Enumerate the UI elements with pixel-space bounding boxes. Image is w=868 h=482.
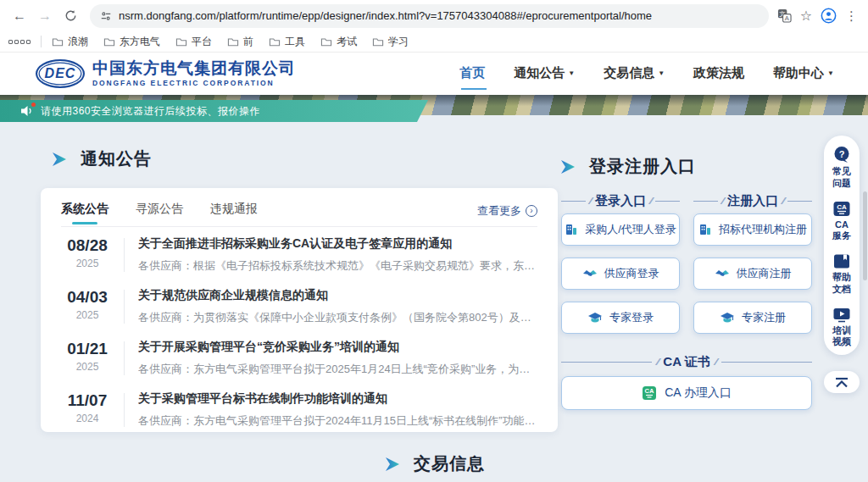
page: ← → nsrm.dongfang.com/platform/runtime/e… xyxy=(0,0,868,482)
bookmark-label: 学习 xyxy=(388,35,409,49)
browser-toolbar: ← → nsrm.dongfang.com/platform/runtime/e… xyxy=(0,0,868,31)
supplier-login-button[interactable]: 供应商登录 xyxy=(561,258,680,290)
notice-date: 04/03 2025 xyxy=(61,288,114,321)
forward-icon[interactable]: → xyxy=(34,5,56,27)
notice-card: 系统公告 寻源公告 违规通报 查看更多› 08/28 2025 关于全面推进非招… xyxy=(41,188,558,432)
sidebar-item-label: 帮助文档 xyxy=(831,272,853,296)
bookmark-label: 考试 xyxy=(337,35,357,49)
sidebar-item-training-videos[interactable]: 培训视频 xyxy=(831,307,853,349)
bookmark-folder[interactable]: 东方电气 xyxy=(103,35,160,49)
login-section-title: 登录注册入口 xyxy=(561,155,696,178)
bookmark-folder[interactable]: 工具 xyxy=(269,35,305,49)
apps-grid-icon[interactable] xyxy=(8,40,31,44)
building-icon xyxy=(565,223,578,236)
notice-list-item[interactable]: 04/03 2025 关于规范供应商企业规模信息的通知 各供应商：为贯彻落实《保… xyxy=(61,279,537,330)
view-more-link[interactable]: 查看更多› xyxy=(477,197,537,219)
dec-logo-icon: DEC xyxy=(36,59,85,88)
folder-icon xyxy=(52,36,64,47)
expert-register-button[interactable]: 专家注册 xyxy=(693,302,812,334)
profile-avatar-icon[interactable] xyxy=(821,8,837,24)
tab-violation-reports[interactable]: 违规通报 xyxy=(210,197,258,224)
company-name-en: DONGFANG ELECTRIC CORPORATION xyxy=(92,79,296,87)
nav-item-home[interactable]: 首页 xyxy=(459,65,485,83)
sidebar-item-label: CA服务 xyxy=(831,219,853,243)
bookmark-label: 浪潮 xyxy=(68,35,88,49)
divider xyxy=(124,238,125,272)
bookmark-label: 前 xyxy=(243,35,253,49)
notice-date: 11/07 2024 xyxy=(61,391,114,424)
section-arrow-icon xyxy=(386,457,403,471)
bookmark-folder[interactable]: 平台 xyxy=(175,35,212,49)
tab-sourcing-notices[interactable]: 寻源公告 xyxy=(136,197,183,224)
bid-agency-register-button[interactable]: 招标代理机构注册 xyxy=(693,213,812,246)
url-text[interactable]: nsrm.dongfang.com/platform/runtime/epp/d… xyxy=(119,9,652,22)
notice-title[interactable]: 关于采购管理平台标书在线制作功能培训的通知 xyxy=(138,391,537,407)
trade-section-title: 交易信息 xyxy=(386,452,485,475)
nav-item-policies[interactable]: 政策法规 xyxy=(693,65,744,83)
divider xyxy=(124,341,125,375)
notice-list-item[interactable]: 08/28 2025 关于全面推进非招标采购业务CA认证及电子签章应用的通知 各… xyxy=(61,227,537,279)
page-scrollbar[interactable] xyxy=(863,191,867,280)
main-nav: 首页 通知公告▼ 交易信息▼ 政策法规 帮助中心▼ xyxy=(459,65,834,83)
nav-item-help-center[interactable]: 帮助中心▼ xyxy=(773,65,834,83)
bookmark-folder[interactable]: 浪潮 xyxy=(52,35,88,49)
ticker-text: 请使用360安全浏览器进行后续投标、报价操作 xyxy=(41,104,260,119)
nav-item-notices[interactable]: 通知公告▼ xyxy=(514,65,575,83)
speaker-icon xyxy=(20,105,34,117)
ca-apply-button[interactable]: CA CA 办理入口 xyxy=(561,376,812,410)
chevron-down-icon: ▼ xyxy=(827,69,834,77)
site-settings-icon[interactable] xyxy=(100,10,112,22)
notice-list-item[interactable]: 01/21 2025 关于开展采购管理平台“竞价采购业务”培训的通知 各供应商：… xyxy=(61,330,537,382)
login-entry-header: ⁄⁄登录入口⁄⁄ xyxy=(561,193,680,209)
notice-title[interactable]: 关于规范供应商企业规模信息的通知 xyxy=(138,288,537,303)
folder-icon xyxy=(175,36,187,47)
bookmark-label: 平台 xyxy=(192,35,212,49)
expert-login-button[interactable]: 专家登录 xyxy=(561,302,680,334)
bookmark-folder[interactable]: 学习 xyxy=(372,35,409,49)
register-entry-header: ⁄⁄注册入口⁄⁄ xyxy=(693,193,812,209)
back-icon[interactable]: ← xyxy=(8,5,31,27)
floating-sidebar: ? 常见问题 CA CA服务 帮助文档 培训视频 xyxy=(824,136,860,355)
notice-title[interactable]: 关于开展采购管理平台“竞价采购业务”培训的通知 xyxy=(138,340,537,355)
sidebar-item-faq[interactable]: ? 常见问题 xyxy=(831,146,853,190)
svg-text:CA: CA xyxy=(645,387,654,395)
sidebar-item-help-docs[interactable]: 帮助文档 xyxy=(831,253,853,296)
entry-button-grid: 采购人/代理人登录 招标代理机构注册 供应商登录 供应商注册 专家登录 专家注册 xyxy=(561,213,812,334)
buyer-agent-login-button[interactable]: 采购人/代理人登录 xyxy=(561,213,680,246)
notice-title[interactable]: 关于全面推进非招标采购业务CA认证及电子签章应用的通知 xyxy=(138,236,537,252)
bookmark-folder[interactable]: 考试 xyxy=(320,35,357,49)
ca-card-icon: CA xyxy=(642,385,657,401)
chevron-down-icon: ▼ xyxy=(658,69,665,77)
notice-ticker[interactable]: 请使用360安全浏览器进行后续投标、报价操作 xyxy=(0,100,428,122)
chevron-right-circle-icon: › xyxy=(526,205,537,217)
company-logo[interactable]: DEC 中国东方电气集团有限公司 DONGFANG ELECTRIC CORPO… xyxy=(36,59,296,88)
bookmark-star-icon[interactable]: ☆ xyxy=(800,8,812,24)
tab-system-notices[interactable]: 系统公告 xyxy=(61,197,108,224)
sidebar-item-label: 常见问题 xyxy=(831,166,853,190)
training-video-icon xyxy=(832,307,851,323)
folder-icon xyxy=(227,36,239,47)
notice-desc: 各供应商：为贯彻落实《保障中小企业款项支付条例》（国务院令第802号）及《中小企… xyxy=(138,310,537,325)
notification-dot xyxy=(31,102,36,107)
supplier-register-button[interactable]: 供应商注册 xyxy=(693,258,812,290)
section-arrow-icon xyxy=(53,152,70,166)
nav-item-trade-info[interactable]: 交易信息▼ xyxy=(604,65,665,83)
reload-icon[interactable] xyxy=(59,5,81,27)
question-icon: ? xyxy=(832,146,851,163)
address-bar[interactable]: nsrm.dongfang.com/platform/runtime/epp/d… xyxy=(90,4,769,28)
bookmarks-bar: 浪潮 东方电气 平台 前 工具 考试 学习 xyxy=(0,31,868,53)
divider xyxy=(124,393,125,427)
sidebar-item-label: 培训视频 xyxy=(831,325,853,349)
translate-icon[interactable]: 文A xyxy=(777,8,792,23)
notice-tabs: 系统公告 寻源公告 违规通报 查看更多› xyxy=(61,197,537,227)
folder-icon xyxy=(320,36,332,47)
notice-date: 08/28 2025 xyxy=(61,236,114,269)
notice-list-item[interactable]: 11/07 2024 关于采购管理平台标书在线制作功能培训的通知 各供应商：东方… xyxy=(61,382,537,434)
notices-section-title: 通知公告 xyxy=(53,147,152,170)
browser-menu-icon[interactable]: ⋮ xyxy=(845,8,858,24)
sidebar-item-ca-service[interactable]: CA CA服务 xyxy=(831,201,853,243)
bookmark-folder[interactable]: 前 xyxy=(227,35,253,49)
notice-date: 01/21 2025 xyxy=(61,340,114,373)
back-to-top-button[interactable] xyxy=(824,371,860,393)
bookmark-label: 工具 xyxy=(285,35,305,49)
